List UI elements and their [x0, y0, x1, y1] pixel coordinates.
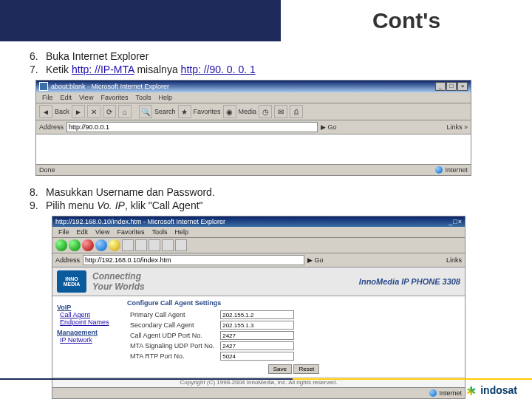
step-em: Vo. IP [97, 200, 125, 211]
history-button[interactable]: ◷ [259, 105, 272, 118]
reset-button[interactable]: Reset [293, 364, 319, 374]
config-main: Configure Call Agent Settings Primary Ca… [123, 296, 465, 377]
go-button[interactable]: ▶ Go [307, 256, 324, 264]
sidebar-link-callagent[interactable]: Call Agent [60, 311, 118, 318]
window-buttons: _ □ × [435, 82, 468, 91]
innomedia-logo: INNOMEDIA [57, 270, 86, 293]
minimize-button[interactable]: _ [435, 82, 446, 91]
mta-rtp-port-input[interactable] [220, 352, 294, 361]
home-button[interactable] [109, 239, 120, 251]
address-input[interactable] [83, 255, 304, 265]
sidebar-link-endpoint[interactable]: Endpoint Names [60, 318, 118, 326]
field-label: Call Agent UDP Port No. [127, 330, 217, 341]
globe-icon [435, 166, 443, 174]
links-label[interactable]: Links » [446, 123, 468, 131]
table-row: Call Agent UDP Port No. [127, 330, 297, 341]
menu-tools[interactable]: Tools [132, 94, 154, 101]
step-text: Masukkan Username dan Password. [46, 186, 215, 198]
banner-tagline: ConnectingYour Worlds [92, 271, 145, 292]
ie-window-2: http://192.168.0.10/index.htm - Microsof… [52, 216, 466, 399]
ie1-menubar: File Edit View Favorites Tools Help [36, 92, 471, 103]
print-button[interactable] [175, 239, 187, 251]
mail-button[interactable] [162, 239, 174, 251]
ie2-toolbar [52, 238, 465, 253]
menu-file[interactable]: File [55, 228, 72, 236]
step-prefix: Pilih menu [46, 200, 97, 211]
step-9: 9.Pilih menu Vo. IP, klik "Call Agent" [30, 200, 502, 211]
fav-label: Favorites [194, 108, 221, 115]
menu-tools[interactable]: Tools [149, 228, 170, 236]
back-button[interactable]: ◄ [39, 105, 52, 118]
forward-button[interactable] [69, 239, 81, 251]
sidebar-heading-voip: VoIP [57, 304, 118, 311]
button-row: Save Reset [127, 364, 460, 374]
back-button[interactable] [55, 239, 67, 251]
minimize-button[interactable]: _ [449, 218, 452, 225]
field-label: MTA Signaling UDP Port No. [127, 341, 217, 351]
primary-ca-input[interactable] [220, 310, 294, 319]
ie2-title-text: http://192.168.0.10/index.htm - Microsof… [55, 218, 225, 225]
history-button[interactable] [149, 239, 160, 251]
link-ipexample[interactable]: http: //90. 0. 0. 1 [181, 64, 256, 75]
step-mid: misalnya [134, 64, 181, 75]
menu-favorites[interactable]: Favorites [98, 94, 131, 101]
menu-help[interactable]: Help [171, 228, 191, 236]
ie2-body: VoIP Call Agent Endpoint Names Managemen… [52, 296, 465, 377]
address-input[interactable] [66, 122, 318, 132]
config-table: Primary Call Agent Secondary Call Agent … [127, 310, 297, 361]
table-row: Secondary Call Agent [127, 320, 297, 330]
mta-sig-port-input[interactable] [220, 341, 294, 350]
media-button[interactable]: ◉ [223, 105, 236, 118]
search-button[interactable] [122, 239, 134, 251]
slide-header: Cont's [0, 0, 532, 41]
menu-edit[interactable]: Edit [58, 94, 75, 101]
close-button[interactable]: × [458, 218, 462, 225]
menu-help[interactable]: Help [155, 94, 175, 101]
go-button[interactable]: ▶ Go [321, 123, 337, 131]
favorites-button[interactable]: ★ [178, 105, 191, 118]
menu-favorites[interactable]: Favorites [114, 228, 147, 236]
menu-view[interactable]: View [92, 228, 112, 236]
footer-divider [0, 378, 532, 380]
table-row: MTA Signaling UDP Port No. [127, 341, 297, 351]
close-button[interactable]: × [457, 82, 468, 91]
refresh-button[interactable]: ⟳ [103, 105, 116, 118]
field-label: Primary Call Agent [127, 310, 217, 320]
instruction-list-2: 8.Masukkan Username dan Password. 9.Pili… [30, 186, 502, 211]
stop-button[interactable] [82, 239, 94, 251]
secondary-ca-input[interactable] [220, 321, 294, 330]
search-button[interactable]: 🔍 [139, 105, 152, 118]
link-ipmta[interactable]: http: //IP-MTA [72, 64, 134, 75]
forward-button[interactable]: ► [72, 105, 85, 118]
stop-button[interactable]: ✕ [87, 105, 100, 118]
field-label: MTA RTP Port No. [127, 351, 217, 361]
home-button[interactable]: ⌂ [118, 105, 132, 118]
ie1-body [36, 134, 471, 164]
favorites-button[interactable] [135, 239, 147, 251]
mail-button[interactable]: ✉ [274, 105, 287, 118]
menu-edit[interactable]: Edit [74, 228, 92, 236]
ie2-menubar: File Edit View Favorites Tools Help [52, 227, 465, 238]
star-icon [466, 384, 478, 396]
sidebar-link-ipnetwork[interactable]: IP Network [60, 336, 118, 344]
ca-udp-port-input[interactable] [220, 331, 294, 340]
maximize-button[interactable]: □ [453, 218, 457, 225]
refresh-button[interactable] [95, 239, 107, 251]
save-button[interactable]: Save [268, 364, 292, 374]
menu-view[interactable]: View [76, 94, 96, 101]
header-dark-bar [0, 0, 281, 41]
maximize-button[interactable]: □ [446, 82, 457, 91]
ie2-addressbar: Address ▶ Go Links [52, 253, 465, 267]
brand-name: indosat [480, 384, 517, 396]
address-label: Address [39, 123, 64, 131]
ie1-titlebar: about:blank - Microsoft Internet Explore… [36, 81, 471, 92]
ie1-title-text: about:blank - Microsoft Internet Explore… [51, 83, 169, 90]
address-label: Address [55, 256, 80, 264]
step-num: 8. [30, 186, 46, 198]
table-row: Primary Call Agent [127, 310, 297, 320]
instruction-list: 6.Buka Internet Explorer 7.Ketik http: /… [30, 50, 502, 75]
links-label[interactable]: Links [446, 256, 462, 264]
menu-file[interactable]: File [39, 94, 56, 101]
print-button[interactable]: ⎙ [290, 105, 303, 118]
step-7: 7.Ketik http: //IP-MTA misalnya http: //… [30, 64, 502, 75]
